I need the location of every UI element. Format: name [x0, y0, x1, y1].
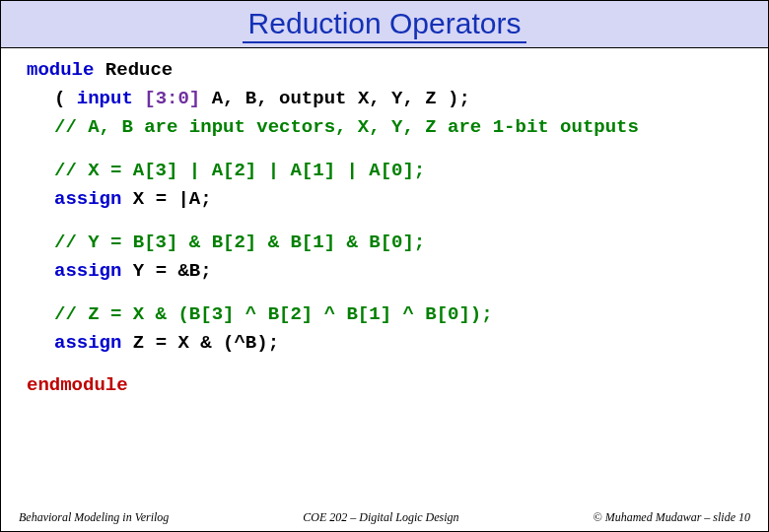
endmodule: endmodule [27, 371, 742, 400]
expr-x: X = |A; [121, 188, 211, 210]
mod-name: Reduce [94, 59, 173, 81]
kw-assign-z: assign [54, 332, 121, 354]
assign-y: assign Y = &B; [27, 257, 742, 286]
comment-z: // Z = X & (B[3] ^ B[2] ^ B[1] ^ B[0]); [27, 300, 742, 329]
slide: Reduction Operators module Reduce ( inpu… [0, 0, 769, 532]
kw-assign-y: assign [54, 260, 121, 282]
comment-y: // Y = B[3] & B[2] & B[1] & B[0]; [27, 229, 742, 257]
kw-module: module [27, 59, 94, 81]
expr-y: Y = &B; [121, 260, 211, 282]
footer-center: COE 202 – Digital Logic Design [303, 510, 458, 525]
code-content: module Reduce ( input [3:0] A, B, output… [1, 48, 768, 401]
port-list: A, B, output X, Y, Z ); [200, 88, 470, 109]
comment-desc: // A, B are input vectors, X, Y, Z are 1… [27, 113, 742, 142]
title-bar: Reduction Operators [1, 1, 768, 48]
kw-input: input [77, 88, 144, 109]
expr-z: Z = X & (^B); [121, 332, 279, 354]
line-ports: ( input [3:0] A, B, output X, Y, Z ); [27, 85, 742, 113]
kw-assign-x: assign [54, 188, 121, 210]
footer-right: © Muhamed Mudawar – slide 10 [594, 510, 750, 525]
footer: Behavioral Modeling in Verilog COE 202 –… [1, 510, 768, 525]
paren-open: ( [54, 88, 77, 109]
assign-z: assign Z = X & (^B); [27, 329, 742, 358]
line-module: module Reduce [27, 56, 742, 85]
footer-left: Behavioral Modeling in Verilog [19, 510, 169, 525]
assign-x: assign X = |A; [27, 185, 742, 214]
slide-title: Reduction Operators [243, 7, 527, 43]
range: [3:0] [144, 88, 200, 109]
comment-x: // X = A[3] | A[2] | A[1] | A[0]; [27, 157, 742, 185]
